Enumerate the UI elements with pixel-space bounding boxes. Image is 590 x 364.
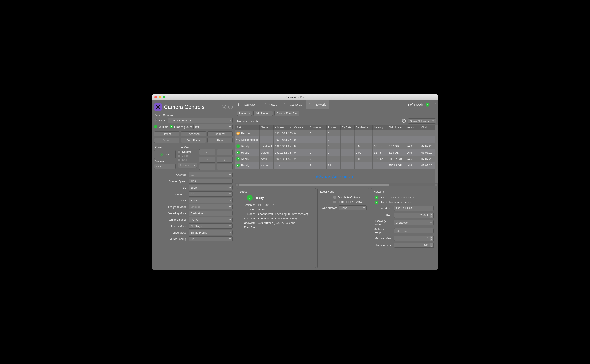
col-version[interactable]: Version	[405, 125, 420, 130]
limit-to-group-checkbox[interactable]	[170, 125, 173, 128]
target-icon[interactable]: ◎	[222, 105, 226, 109]
detect-button[interactable]: Detect	[154, 131, 179, 136]
table-row[interactable]: Readylocalhost192.168.1.270000.0060 ms3.…	[235, 143, 435, 149]
send-broadcasts-checkbox[interactable]	[375, 201, 378, 204]
liveview-settings-select[interactable]: Settings	[178, 163, 197, 168]
tab-photos[interactable]: Photos	[259, 100, 280, 109]
table-row[interactable]: Disconnected192.168.1.26000	[235, 136, 435, 143]
exposure-select[interactable]: 0.0	[189, 191, 233, 196]
shoot-button[interactable]: Shoot	[207, 138, 233, 143]
add-node-button[interactable]: Add Node ...	[253, 111, 273, 116]
dof-checkbox[interactable]	[178, 158, 181, 162]
camera-controls-panel: Camera Controls ◎ ✕ Active Camera Single…	[152, 100, 235, 270]
col-clock[interactable]: Clock	[420, 125, 435, 130]
network-panel: Network Enable network connection Send d…	[371, 188, 436, 268]
camera-icon	[284, 103, 288, 106]
col-cameras[interactable]: Cameras	[293, 125, 308, 130]
sync-photos-select[interactable]: None	[339, 205, 366, 210]
horizontal-scrollbar[interactable]	[235, 183, 438, 187]
tab-capture[interactable]: Capture	[235, 100, 258, 109]
disconnect-button[interactable]: Disconnect	[181, 131, 206, 136]
size-down[interactable]: ▼	[430, 245, 433, 248]
tab-network[interactable]: Network	[306, 100, 329, 109]
app-window: CaptureGRID 4 Camera Controls ◎ ✕ Active…	[152, 94, 438, 270]
max-up[interactable]: ▲	[430, 236, 433, 238]
col-status[interactable]: Status	[235, 125, 260, 130]
aperture-select[interactable]: 5.6	[189, 172, 233, 177]
monitor-icon	[239, 103, 242, 106]
multiple-label: Multiple	[159, 125, 168, 129]
plug-icon	[159, 152, 164, 157]
white-balance-select[interactable]: AUTO	[189, 217, 233, 222]
nodes-table-header: Status Name Address▲ Cameras Connected P…	[235, 125, 435, 130]
video-button[interactable]: Video	[154, 138, 179, 143]
single-radio[interactable]	[154, 119, 157, 122]
enable-network-checkbox[interactable]	[375, 196, 378, 199]
shutter-select[interactable]: 1/13	[189, 179, 233, 184]
mirror-lockup-select[interactable]: Off	[189, 236, 233, 241]
col-bandwidth[interactable]: Bandwidth	[355, 125, 373, 130]
distribute-options-checkbox[interactable]	[333, 196, 336, 199]
power-indicator: A/C	[154, 150, 176, 159]
liveview-heading: Live View	[179, 146, 197, 149]
table-row[interactable]: Readyodroid192.168.1.380000.0092 ms2.98 …	[235, 149, 435, 156]
interface-select[interactable]: 192.168.1.97	[394, 206, 433, 211]
table-row[interactable]: Pending192.168.1.103000	[235, 130, 435, 136]
selection-info: No nodes selected	[237, 120, 260, 123]
transfer-size-input[interactable]: 8 MB	[394, 242, 430, 248]
multiple-checkbox[interactable]	[154, 125, 157, 128]
arrow-right2-button[interactable]: →	[217, 164, 233, 170]
port-down[interactable]: ▼	[430, 215, 433, 218]
col-connected[interactable]: Connected	[308, 125, 327, 130]
arrow-left2-button[interactable]: ←	[199, 164, 215, 170]
app-logo-icon	[154, 103, 162, 111]
col-diskspace[interactable]: Disk Space	[387, 125, 405, 130]
drive-mode-select[interactable]: Single Frame	[189, 230, 233, 235]
table-row[interactable]: Readysonic192.168.1.522200.00121 ms208.1…	[235, 156, 435, 162]
quality-select[interactable]: RAW	[189, 198, 233, 203]
col-latency[interactable]: Latency	[373, 125, 387, 130]
metering-select[interactable]: Evaluative	[189, 211, 233, 216]
iso-select[interactable]: 1600	[189, 185, 233, 190]
watermark-text: 精品Mac软件尽在macstore.info	[235, 169, 435, 183]
tab-bar: Capture Photos Cameras Network 3 of 5 re…	[235, 100, 438, 109]
table-row[interactable]: Readysamuslocal1131759.68 GBv4.607.07.20	[235, 162, 435, 169]
arrow-left-button[interactable]: ←	[199, 149, 215, 155]
autofocus-button[interactable]: Auto Focus	[181, 138, 206, 143]
storage-select[interactable]: Disk	[154, 164, 176, 169]
check-icon: ✓	[247, 195, 253, 201]
port-input[interactable]: 54442	[394, 213, 430, 218]
vertical-scrollbar[interactable]	[435, 125, 438, 183]
node-dropdown[interactable]: Node	[237, 111, 252, 116]
col-name[interactable]: Name	[260, 125, 274, 130]
limit-to-group-select[interactable]: left	[193, 124, 233, 129]
status-panel: Status ✓Ready Address:192.168.1.97 Port:…	[237, 188, 316, 268]
multicast-group-input[interactable]: 239.4.6.8	[394, 228, 433, 233]
max-transfers-input[interactable]: 4	[394, 236, 430, 241]
arrow-right-button[interactable]: →	[217, 149, 233, 155]
arrow-down-button[interactable]: ↓	[217, 156, 233, 162]
col-photos[interactable]: Photos	[327, 125, 341, 130]
arrow-up-button[interactable]: ↑	[199, 156, 215, 162]
window-title: CaptureGRID 4	[152, 96, 438, 99]
show-columns-select[interactable]: Show Columns	[408, 118, 436, 124]
listen-liveview-checkbox[interactable]	[333, 200, 336, 203]
enable-liveview-checkbox[interactable]	[178, 150, 181, 153]
connect-button[interactable]: Connect	[207, 131, 233, 136]
zoom-checkbox[interactable]	[178, 154, 181, 157]
max-down[interactable]: ▼	[430, 238, 433, 241]
discovery-mode-select[interactable]: Broadcast	[394, 220, 433, 225]
size-up[interactable]: ▲	[430, 242, 433, 245]
svg-rect-2	[161, 154, 163, 155]
cancel-transfers-button[interactable]: Cancel Transfers	[274, 111, 299, 116]
program-mode-select[interactable]: Manual	[189, 204, 233, 209]
camera-outline-icon[interactable]	[431, 103, 436, 106]
close-panel-icon[interactable]: ✕	[228, 105, 233, 109]
refresh-icon[interactable]	[402, 119, 406, 123]
col-txrate[interactable]: TX Rate	[341, 125, 355, 130]
tab-cameras[interactable]: Cameras	[281, 100, 305, 109]
col-address[interactable]: Address▲	[274, 125, 293, 130]
single-camera-select[interactable]: Canon EOS 600D	[168, 118, 233, 123]
focus-mode-select[interactable]: AF Single	[189, 223, 233, 229]
port-up[interactable]: ▲	[430, 213, 433, 215]
